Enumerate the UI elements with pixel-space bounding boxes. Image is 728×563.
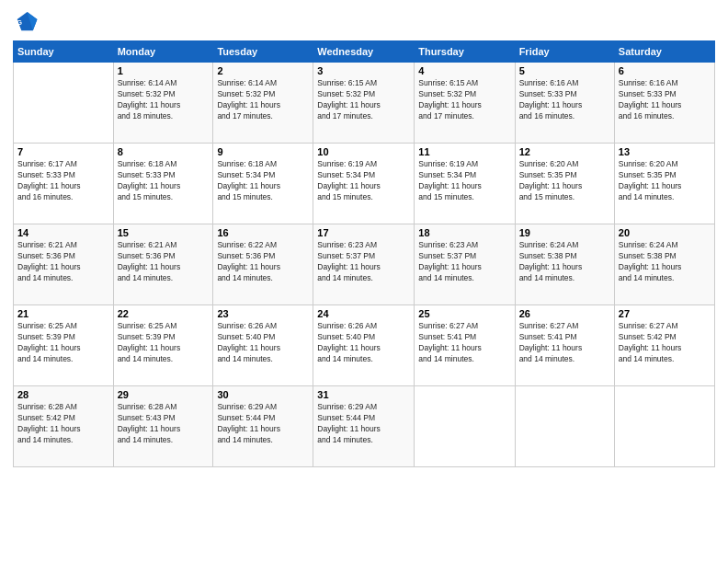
col-header-wednesday: Wednesday [313,41,415,63]
day-cell: 26Sunrise: 6:27 AMSunset: 5:41 PMDayligh… [515,305,614,386]
col-header-saturday: Saturday [614,41,714,63]
day-cell: 20Sunrise: 6:24 AMSunset: 5:38 PMDayligh… [614,224,714,305]
week-row-2: 7Sunrise: 6:17 AMSunset: 5:33 PMDaylight… [14,144,715,224]
day-info: Sunrise: 6:20 AMSunset: 5:35 PMDaylight:… [619,159,711,203]
day-cell: 1Sunrise: 6:14 AMSunset: 5:32 PMDaylight… [113,63,213,144]
logo: G [13,9,42,35]
day-cell [614,386,714,467]
day-cell: 14Sunrise: 6:21 AMSunset: 5:36 PMDayligh… [14,224,114,305]
day-number: 10 [317,146,410,157]
day-info: Sunrise: 6:27 AMSunset: 5:41 PMDaylight:… [519,321,610,365]
day-info: Sunrise: 6:24 AMSunset: 5:38 PMDaylight:… [619,240,711,284]
day-info: Sunrise: 6:14 AMSunset: 5:32 PMDaylight:… [217,78,309,122]
day-cell: 7Sunrise: 6:17 AMSunset: 5:33 PMDaylight… [14,144,114,224]
day-info: Sunrise: 6:16 AMSunset: 5:33 PMDaylight:… [619,78,711,122]
col-header-friday: Friday [515,41,614,63]
day-cell: 17Sunrise: 6:23 AMSunset: 5:37 PMDayligh… [313,224,415,305]
svg-text:G: G [17,18,22,27]
day-number: 9 [217,146,309,157]
day-info: Sunrise: 6:23 AMSunset: 5:37 PMDaylight:… [418,240,510,284]
day-number: 13 [619,146,711,157]
day-number: 30 [217,389,309,400]
logo-icon: G [13,9,39,35]
day-cell: 8Sunrise: 6:18 AMSunset: 5:33 PMDaylight… [113,144,213,224]
day-number: 6 [619,65,711,76]
day-cell [415,386,515,467]
day-number: 5 [519,65,610,76]
day-number: 29 [118,389,210,400]
day-number: 7 [17,146,109,157]
day-number: 19 [519,227,610,238]
day-cell: 31Sunrise: 6:29 AMSunset: 5:44 PMDayligh… [313,386,415,467]
day-number: 27 [619,308,711,319]
day-info: Sunrise: 6:21 AMSunset: 5:36 PMDaylight:… [17,240,109,284]
day-info: Sunrise: 6:20 AMSunset: 5:35 PMDaylight:… [519,159,610,203]
day-number: 31 [317,389,410,400]
header-row: SundayMondayTuesdayWednesdayThursdayFrid… [14,41,715,63]
day-cell: 16Sunrise: 6:22 AMSunset: 5:36 PMDayligh… [213,224,313,305]
day-number: 8 [118,146,210,157]
day-info: Sunrise: 6:15 AMSunset: 5:32 PMDaylight:… [418,78,510,122]
day-number: 4 [418,65,510,76]
day-number: 11 [418,146,510,157]
day-number: 2 [217,65,309,76]
day-number: 28 [17,389,109,400]
day-info: Sunrise: 6:28 AMSunset: 5:43 PMDaylight:… [118,402,210,446]
day-cell: 4Sunrise: 6:15 AMSunset: 5:32 PMDaylight… [415,63,515,144]
day-cell: 10Sunrise: 6:19 AMSunset: 5:34 PMDayligh… [313,144,415,224]
day-cell: 18Sunrise: 6:23 AMSunset: 5:37 PMDayligh… [415,224,515,305]
header: G [13,9,715,35]
week-row-1: 1Sunrise: 6:14 AMSunset: 5:32 PMDaylight… [14,63,715,144]
day-number: 20 [619,227,711,238]
day-info: Sunrise: 6:29 AMSunset: 5:44 PMDaylight:… [217,402,309,446]
day-info: Sunrise: 6:18 AMSunset: 5:34 PMDaylight:… [217,159,309,203]
day-cell: 11Sunrise: 6:19 AMSunset: 5:34 PMDayligh… [415,144,515,224]
day-cell: 5Sunrise: 6:16 AMSunset: 5:33 PMDaylight… [515,63,614,144]
day-info: Sunrise: 6:28 AMSunset: 5:42 PMDaylight:… [17,402,109,446]
day-cell: 13Sunrise: 6:20 AMSunset: 5:35 PMDayligh… [614,144,714,224]
day-number: 17 [317,227,410,238]
day-cell: 2Sunrise: 6:14 AMSunset: 5:32 PMDaylight… [213,63,313,144]
day-info: Sunrise: 6:29 AMSunset: 5:44 PMDaylight:… [317,402,410,446]
day-cell: 19Sunrise: 6:24 AMSunset: 5:38 PMDayligh… [515,224,614,305]
day-cell: 3Sunrise: 6:15 AMSunset: 5:32 PMDaylight… [313,63,415,144]
day-number: 12 [519,146,610,157]
day-number: 16 [217,227,309,238]
col-header-sunday: Sunday [14,41,114,63]
day-number: 23 [217,308,309,319]
day-cell: 12Sunrise: 6:20 AMSunset: 5:35 PMDayligh… [515,144,614,224]
day-info: Sunrise: 6:21 AMSunset: 5:36 PMDaylight:… [118,240,210,284]
day-number: 21 [17,308,109,319]
day-number: 25 [418,308,510,319]
col-header-tuesday: Tuesday [213,41,313,63]
day-cell [14,63,114,144]
week-row-3: 14Sunrise: 6:21 AMSunset: 5:36 PMDayligh… [14,224,715,305]
day-number: 26 [519,308,610,319]
day-info: Sunrise: 6:15 AMSunset: 5:32 PMDaylight:… [317,78,410,122]
day-info: Sunrise: 6:14 AMSunset: 5:32 PMDaylight:… [118,78,210,122]
col-header-thursday: Thursday [415,41,515,63]
day-number: 22 [118,308,210,319]
day-cell [515,386,614,467]
day-number: 24 [317,308,410,319]
day-info: Sunrise: 6:19 AMSunset: 5:34 PMDaylight:… [418,159,510,203]
day-cell: 21Sunrise: 6:25 AMSunset: 5:39 PMDayligh… [14,305,114,386]
day-cell: 6Sunrise: 6:16 AMSunset: 5:33 PMDaylight… [614,63,714,144]
day-number: 1 [118,65,210,76]
day-cell: 22Sunrise: 6:25 AMSunset: 5:39 PMDayligh… [113,305,213,386]
day-cell: 9Sunrise: 6:18 AMSunset: 5:34 PMDaylight… [213,144,313,224]
week-row-5: 28Sunrise: 6:28 AMSunset: 5:42 PMDayligh… [14,386,715,467]
day-info: Sunrise: 6:25 AMSunset: 5:39 PMDaylight:… [17,321,109,365]
day-cell: 15Sunrise: 6:21 AMSunset: 5:36 PMDayligh… [113,224,213,305]
day-cell: 25Sunrise: 6:27 AMSunset: 5:41 PMDayligh… [415,305,515,386]
col-header-monday: Monday [113,41,213,63]
day-number: 14 [17,227,109,238]
day-cell: 28Sunrise: 6:28 AMSunset: 5:42 PMDayligh… [14,386,114,467]
day-info: Sunrise: 6:25 AMSunset: 5:39 PMDaylight:… [118,321,210,365]
week-row-4: 21Sunrise: 6:25 AMSunset: 5:39 PMDayligh… [14,305,715,386]
day-info: Sunrise: 6:17 AMSunset: 5:33 PMDaylight:… [17,159,109,203]
day-info: Sunrise: 6:16 AMSunset: 5:33 PMDaylight:… [519,78,610,122]
day-number: 3 [317,65,410,76]
page: G SundayMondayTuesdayWednesdayThursdayFr… [0,0,728,563]
day-info: Sunrise: 6:18 AMSunset: 5:33 PMDaylight:… [118,159,210,203]
